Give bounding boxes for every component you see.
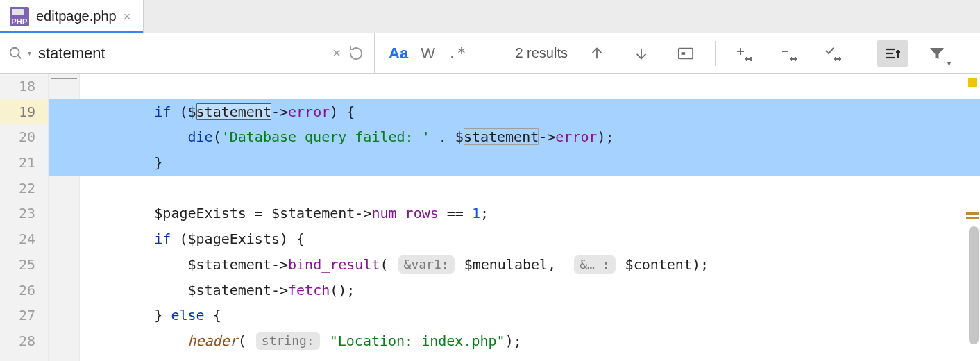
regex-toggle[interactable]: .* [448, 44, 466, 62]
svg-rect-4 [679, 48, 693, 58]
parameter-hint: string: [256, 332, 320, 350]
svg-line-1 [18, 55, 22, 58]
add-selection-to-find-button[interactable] [729, 40, 760, 67]
code-line: header( string: "Location: index.php"); [49, 328, 980, 354]
line-number: 23 [0, 201, 48, 226]
scrollbar-thumb[interactable] [969, 226, 979, 344]
code-line [49, 74, 980, 99]
line-number: 28 [0, 328, 48, 354]
remove-selection-from-find-button[interactable] [774, 40, 804, 67]
toolbar-separator [715, 41, 716, 66]
find-toolbar: ▾ × Aa W .* 2 results [0, 33, 980, 74]
find-input[interactable] [37, 44, 326, 63]
line-number: 18 [0, 74, 48, 99]
editor-scroll-markers[interactable] [965, 74, 980, 361]
filter-search-mode-button[interactable] [877, 40, 908, 67]
find-filter-button[interactable]: ▾ [922, 40, 952, 67]
search-history-chevron-icon[interactable]: ▾ [28, 49, 31, 57]
find-results-count: 2 results [515, 45, 568, 61]
next-match-button[interactable] [626, 40, 657, 67]
line-number: 19 [0, 99, 48, 125]
editor-tabbar: PHP editpage.php × [0, 0, 980, 33]
line-number: 25 [0, 252, 48, 278]
prev-match-button[interactable] [582, 40, 612, 67]
svg-point-0 [10, 47, 19, 56]
whole-words-toggle[interactable]: W [421, 44, 435, 62]
code-line: $pageExists = $statement->num_rows == 1; [49, 201, 980, 226]
find-options: Aa W .* [375, 33, 480, 73]
line-number-gutter: 18 19 20 21 22 23 24 25 26 27 28 [0, 74, 49, 361]
svg-rect-5 [682, 52, 686, 55]
select-all-and-close-button[interactable] [818, 40, 849, 67]
line-number: 27 [0, 303, 48, 328]
parameter-hint: &…_: [574, 255, 615, 274]
find-reset-icon[interactable] [348, 45, 364, 62]
find-input-group: ▾ × [0, 33, 375, 73]
tab-filename: editpage.php [36, 8, 117, 24]
close-tab-icon[interactable]: × [124, 10, 131, 23]
parameter-hint: &var1: [398, 255, 455, 274]
select-all-occurrences-button[interactable] [670, 40, 701, 67]
line-number: 24 [0, 226, 48, 252]
match-case-toggle[interactable]: Aa [389, 44, 408, 62]
search-match-marker[interactable] [966, 212, 979, 215]
code-line: } else { [49, 303, 980, 328]
line-number: 26 [0, 278, 48, 303]
code-line: if ($pageExists) { [49, 226, 980, 252]
code-editor[interactable]: 18 19 20 21 22 23 24 25 26 27 28 if ($st… [0, 74, 980, 361]
clear-search-icon[interactable]: × [332, 45, 341, 61]
code-line: } [49, 150, 980, 176]
toolbar-separator [863, 41, 863, 66]
find-results-area: 2 results ▾ × [480, 33, 980, 73]
inspection-warning-icon[interactable] [968, 78, 977, 87]
php-file-icon: PHP [10, 7, 29, 26]
line-number: 22 [0, 176, 48, 201]
code-line: $statement->fetch(); [49, 278, 980, 303]
code-line: $statement->bind_result( &var1: $menulab… [49, 252, 980, 278]
search-icon [8, 46, 24, 61]
code-line: if ($statement->error) { [49, 99, 980, 125]
line-number: 21 [0, 150, 48, 176]
code-content[interactable]: if ($statement->error) { die('Database q… [49, 74, 980, 361]
code-line: die('Database query failed: ' . $stateme… [49, 124, 980, 150]
line-number: 20 [0, 124, 48, 150]
file-tab-editpage[interactable]: PHP editpage.php × [0, 0, 144, 33]
code-line [49, 176, 980, 201]
search-match-marker[interactable] [966, 217, 979, 219]
